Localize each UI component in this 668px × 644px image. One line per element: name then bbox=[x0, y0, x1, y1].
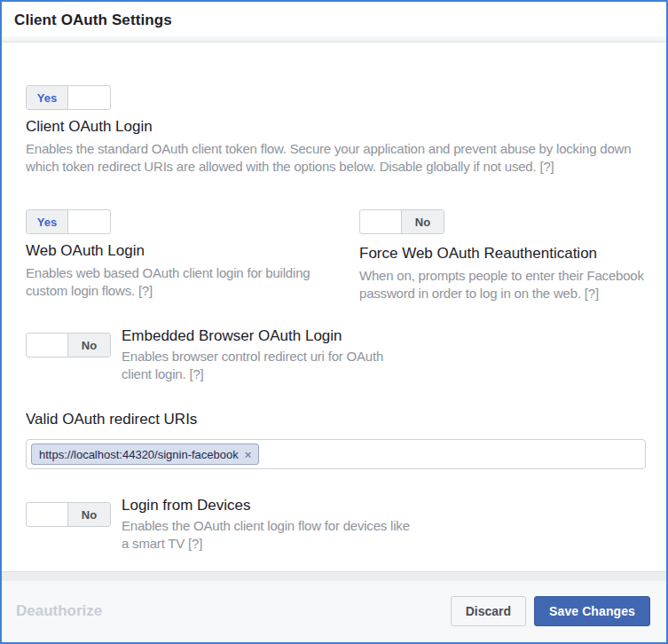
force-web-oauth-reauthentication-toggle[interactable]: No bbox=[359, 209, 444, 234]
toggle-yes-cell[interactable] bbox=[27, 503, 68, 526]
login-from-devices-toggle[interactable]: No bbox=[26, 502, 111, 527]
description-text: Enables browser control redirect uri for… bbox=[122, 349, 383, 381]
toggle-yes-cell[interactable] bbox=[360, 210, 402, 233]
setting-description: Enables the standard OAuth client token … bbox=[26, 140, 644, 176]
help-link[interactable]: [?] bbox=[138, 283, 153, 298]
toggle-no-cell[interactable]: No bbox=[68, 503, 110, 526]
web-oauth-login-toggle[interactable]: Yes bbox=[26, 209, 111, 234]
embedded-browser-oauth-login-toggle[interactable]: No bbox=[26, 333, 111, 357]
redirect-uris-input[interactable]: https://localhost:44320/signin-facebook … bbox=[26, 439, 646, 469]
toggle-no-cell[interactable]: No bbox=[68, 334, 110, 357]
toggle-no-cell[interactable] bbox=[68, 210, 110, 233]
help-link[interactable]: [?] bbox=[585, 286, 599, 301]
setting-title-web-oauth-login: Web OAuth Login bbox=[26, 241, 359, 260]
setting-description: Enables web based OAuth client login for… bbox=[26, 264, 318, 300]
setting-description: Enables the OAuth client login flow for … bbox=[122, 517, 414, 553]
help-link[interactable]: [?] bbox=[539, 159, 554, 174]
setting-text-block: Embedded Browser OAuth Login Enables bro… bbox=[122, 326, 414, 383]
panel-footer: Deauthorize Discard Save Changes bbox=[2, 571, 666, 642]
toggle-no-cell[interactable]: No bbox=[402, 210, 444, 233]
setting-description: Enables browser control redirect uri for… bbox=[122, 348, 414, 383]
panel-header: Client OAuth Settings bbox=[2, 2, 666, 36]
valid-oauth-redirect-uris-label: Valid OAuth redirect URIs bbox=[26, 411, 644, 428]
client-oauth-settings-panel: Client OAuth Settings Yes Client OAuth L… bbox=[0, 0, 668, 644]
deauthorize-button[interactable]: Deauthorize bbox=[16, 602, 102, 620]
remove-token-icon[interactable]: × bbox=[245, 449, 252, 460]
section-client-oauth-login: Yes Client OAuth Login Enables the stand… bbox=[26, 85, 644, 176]
setting-title-client-oauth-login: Client OAuth Login bbox=[26, 117, 644, 136]
setting-title-login-from-devices: Login from Devices bbox=[122, 496, 414, 514]
section-embedded-browser-oauth-login: No Embedded Browser OAuth Login Enables … bbox=[26, 333, 644, 383]
toggle-yes-cell[interactable]: Yes bbox=[27, 86, 68, 109]
row-web-oauth: Yes Web OAuth Login Enables web based OA… bbox=[26, 209, 644, 302]
description-text: Enables web based OAuth client login for… bbox=[26, 265, 310, 298]
client-oauth-login-toggle[interactable]: Yes bbox=[26, 85, 111, 110]
setting-text-block: Login from Devices Enables the OAuth cli… bbox=[122, 496, 414, 553]
redirect-uri-value: https://localhost:44320/signin-facebook bbox=[39, 448, 239, 461]
section-login-from-devices: No Login from Devices Enables the OAuth … bbox=[26, 502, 644, 553]
description-text: When on, prompts people to enter their F… bbox=[359, 268, 644, 301]
setting-description: When on, prompts people to enter their F… bbox=[359, 267, 644, 302]
section-force-web-oauth-reauthentication: No Force Web OAuth Reauthentication When… bbox=[359, 209, 644, 302]
help-link[interactable]: [?] bbox=[188, 536, 202, 551]
description-text: Enables the OAuth client login flow for … bbox=[122, 518, 410, 551]
toggle-no-cell[interactable] bbox=[68, 86, 110, 109]
discard-button[interactable]: Discard bbox=[451, 596, 526, 626]
header-divider bbox=[2, 36, 666, 43]
redirect-uri-token: https://localhost:44320/signin-facebook … bbox=[31, 444, 259, 465]
toggle-yes-cell[interactable]: Yes bbox=[27, 210, 68, 233]
page-title: Client OAuth Settings bbox=[14, 12, 172, 28]
setting-title-embedded-browser-oauth-login: Embedded Browser OAuth Login bbox=[122, 326, 414, 345]
section-web-oauth-login: Yes Web OAuth Login Enables web based OA… bbox=[26, 209, 359, 302]
help-link[interactable]: [?] bbox=[189, 366, 203, 381]
save-changes-button[interactable]: Save Changes bbox=[534, 596, 650, 626]
toggle-yes-cell[interactable] bbox=[27, 334, 68, 357]
settings-content: Yes Client OAuth Login Enables the stand… bbox=[2, 43, 666, 571]
setting-title-force-web-oauth-reauthentication: Force Web OAuth Reauthentication bbox=[359, 244, 644, 263]
